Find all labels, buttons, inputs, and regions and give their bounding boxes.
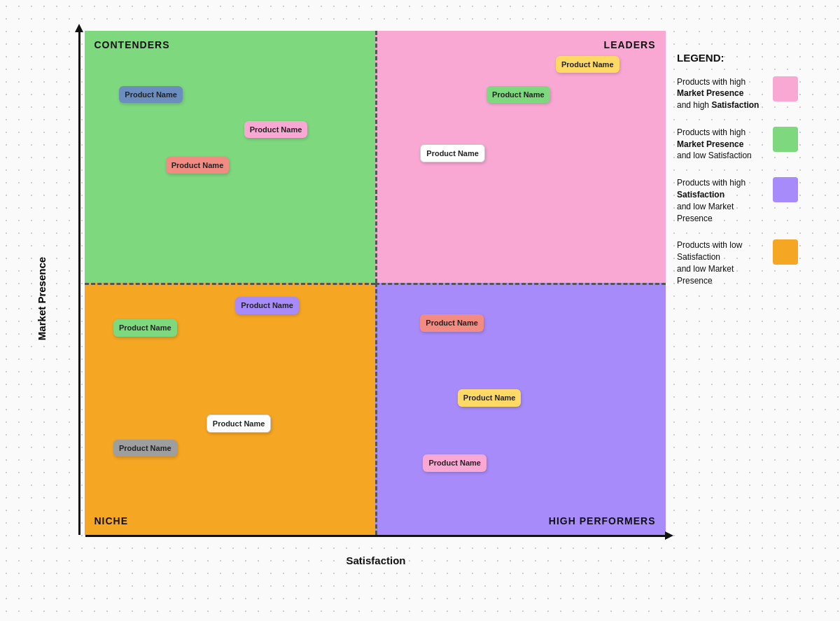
legend-swatch-3 bbox=[773, 177, 798, 202]
product-tag-8: Product Name bbox=[206, 414, 272, 433]
quadrant-highperf: HIGH PERFORMERS Product NameProduct Name… bbox=[375, 283, 666, 535]
product-tag-3: Product Name bbox=[420, 144, 485, 162]
y-axis-label: Market Presence bbox=[36, 256, 48, 340]
legend-swatch-1 bbox=[773, 76, 798, 102]
product-tag-6: Product Name bbox=[113, 319, 177, 336]
product-tag-2: Product Name bbox=[244, 121, 308, 138]
legend-text-1: Products with high Market Presenceand hi… bbox=[677, 76, 773, 111]
product-tag-5: Product Name bbox=[556, 56, 620, 73]
product-tag-10: Product Name bbox=[420, 314, 484, 331]
legend-text-3: Products with high Satisfactionand low M… bbox=[677, 177, 773, 224]
quadrant-contenders: CONTENDERS Product NameProduct NameProdu… bbox=[85, 31, 375, 283]
leaders-label: LEADERS bbox=[604, 39, 656, 50]
quadrant-grid: CONTENDERS Product NameProduct NameProdu… bbox=[85, 31, 666, 535]
contenders-label: CONTENDERS bbox=[94, 39, 170, 50]
product-tag-7: Product Name bbox=[113, 440, 177, 456]
legend-item-2: Products with high Market Presenceand lo… bbox=[677, 127, 798, 162]
legend-item-1: Products with high Market Presenceand hi… bbox=[677, 76, 798, 111]
legend-title: LEGEND: bbox=[677, 52, 798, 64]
legend-text-2: Products with high Market Presenceand lo… bbox=[677, 127, 773, 162]
highperf-label: HIGH PERFORMERS bbox=[549, 515, 656, 526]
legend-text-4: Products with low Satisfactionand low Ma… bbox=[677, 239, 773, 286]
x-axis bbox=[85, 535, 666, 549]
chart-area: Market Presence CONTENDERS Product NameP… bbox=[31, 31, 666, 566]
legend-item-3: Products with high Satisfactionand low M… bbox=[677, 177, 798, 224]
legend-swatch-2 bbox=[773, 127, 798, 152]
x-axis-label: Satisfaction bbox=[85, 554, 666, 566]
product-tag-1: Product Name bbox=[166, 157, 230, 174]
chart-with-axes: CONTENDERS Product NameProduct NameProdu… bbox=[74, 31, 666, 566]
main-container: Market Presence CONTENDERS Product NameP… bbox=[18, 17, 822, 605]
legend: LEGEND: Products with high Market Presen… bbox=[666, 38, 808, 316]
niche-label: NICHE bbox=[94, 515, 129, 526]
quadrant-niche: NICHE Product NameProduct NameProduct Na… bbox=[85, 283, 375, 535]
product-tag-0: Product Name bbox=[119, 86, 183, 103]
quadrant-leaders: LEADERS Product NameProduct NameProduct … bbox=[375, 31, 666, 283]
product-tag-11: Product Name bbox=[458, 389, 522, 406]
product-tag-9: Product Name bbox=[235, 297, 299, 314]
legend-item-4: Products with low Satisfactionand low Ma… bbox=[677, 239, 798, 286]
legend-swatch-4 bbox=[773, 239, 798, 265]
product-tag-4: Product Name bbox=[486, 86, 550, 103]
product-tag-12: Product Name bbox=[423, 454, 486, 471]
